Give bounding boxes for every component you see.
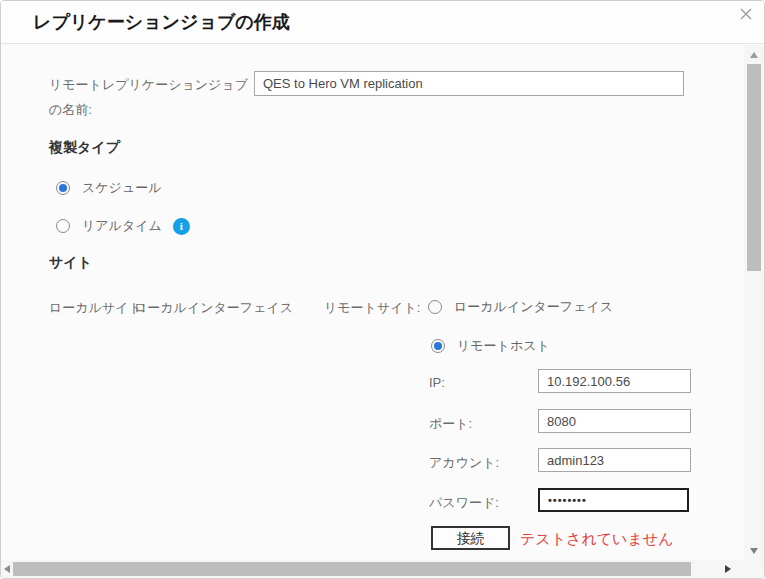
radio-remote-host[interactable]: リモートホスト [431,337,550,355]
job-name-input[interactable] [254,71,684,96]
radio-remote-host-label: リモートホスト [457,337,550,355]
radio-remote-local-interface[interactable]: ローカルインターフェイス [428,298,613,316]
port-input[interactable] [538,409,691,433]
local-site-value: ローカルインターフェイス [134,299,293,317]
job-name-label: リモートレプリケーションジョブ の名前: [49,72,248,122]
close-icon[interactable] [737,5,755,23]
create-replication-job-dialog: レプリケーションジョブの作成 リモートレプリケーションジョブ の名前: 複製タイ… [0,0,765,579]
replication-type-heading: 複製タイプ [49,139,120,157]
ip-label: IP: [429,375,445,390]
radio-remote-host-icon[interactable] [431,339,445,353]
horizontal-scrollbar[interactable] [1,560,747,578]
password-input[interactable] [538,488,689,512]
dialog-header: レプリケーションジョブの作成 [1,1,764,44]
account-input[interactable] [538,448,691,472]
horizontal-scrollbar-thumb[interactable] [13,562,691,576]
scroll-left-icon[interactable] [4,565,10,573]
radio-realtime[interactable]: リアルタイム i [56,217,190,235]
test-status-text: テストされていません [520,530,674,549]
remote-site-label: リモートサイト: [324,299,420,317]
radio-schedule-label: スケジュール [82,179,162,197]
password-label: パスワード: [429,494,499,512]
account-label: アカウント: [429,454,499,472]
site-heading: サイト [49,254,92,272]
info-icon[interactable]: i [173,218,190,235]
radio-remote-local-interface-icon[interactable] [428,300,442,314]
scrollbar-corner [744,560,764,578]
job-name-label-line2: の名前: [49,97,248,122]
local-site-label: ローカルサイト: [49,299,145,317]
job-name-label-line1: リモートレプリケーションジョブ [49,72,248,97]
radio-realtime-icon[interactable] [56,219,70,233]
radio-schedule[interactable]: スケジュール [56,179,162,197]
scroll-down-icon[interactable] [750,548,758,554]
connect-button[interactable]: 接続 [431,526,510,550]
radio-remote-local-interface-label: ローカルインターフェイス [454,298,613,316]
radio-realtime-label: リアルタイム [82,217,162,235]
scroll-up-icon[interactable] [750,52,758,58]
vertical-scrollbar-thumb[interactable] [747,64,761,271]
port-label: ポート: [429,415,472,433]
scroll-right-icon[interactable] [725,565,731,573]
ip-input[interactable] [538,369,691,393]
radio-schedule-icon[interactable] [56,181,70,195]
vertical-scrollbar[interactable] [744,45,764,561]
dialog-title: レプリケーションジョブの作成 [33,1,290,43]
